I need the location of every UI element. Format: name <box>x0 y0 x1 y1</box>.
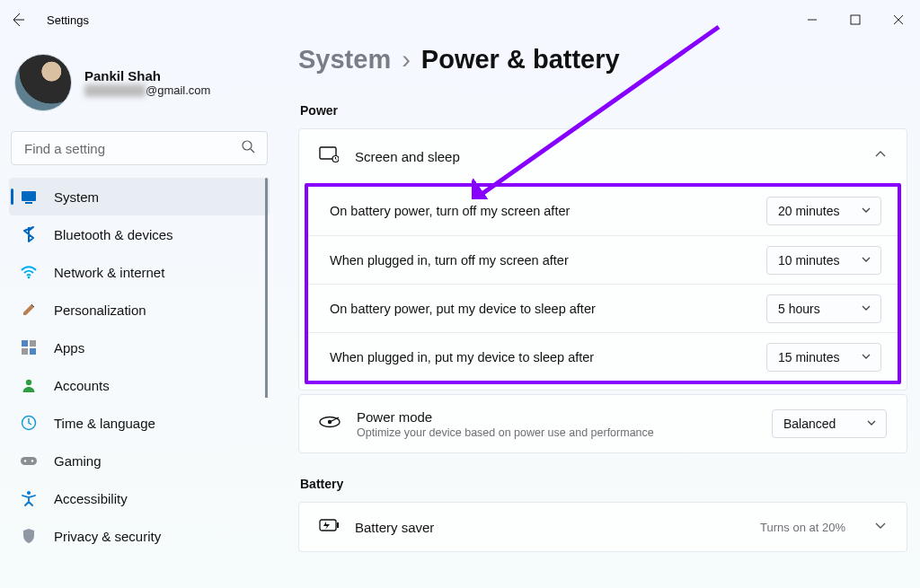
card-subtitle: Optimize your device based on power use … <box>357 426 654 439</box>
chevron-down-icon <box>861 204 871 218</box>
brush-icon <box>20 301 38 319</box>
setting-row-sleep-battery: On battery power, put my device to sleep… <box>308 284 898 332</box>
svg-point-12 <box>24 460 26 461</box>
sidebar-item-system[interactable]: System <box>9 178 270 215</box>
chevron-down-icon <box>861 350 871 364</box>
setting-label: On battery power, turn off my screen aft… <box>330 204 570 218</box>
sidebar-item-label: Network & internet <box>54 265 164 280</box>
card-title: Battery saver <box>355 520 434 535</box>
power-mode-header[interactable]: Power mode Optimize your device based on… <box>299 395 907 452</box>
battery-saver-card: Battery saver Turns on at 20% <box>298 502 907 552</box>
close-button[interactable] <box>877 2 920 38</box>
sidebar-item-accessibility[interactable]: Accessibility <box>9 479 270 517</box>
svg-rect-3 <box>25 202 32 204</box>
dropdown-sleep-battery[interactable]: 5 hours <box>766 294 881 323</box>
svg-point-9 <box>26 380 31 385</box>
sidebar: Pankil Shah @gmail.com System Bluetooth … <box>0 39 279 588</box>
setting-label: On battery power, put my device to sleep… <box>330 302 596 316</box>
minimize-icon <box>807 14 818 25</box>
setting-label: When plugged in, put my device to sleep … <box>330 350 594 364</box>
svg-rect-0 <box>851 15 860 24</box>
battery-saver-header[interactable]: Battery saver Turns on at 20% <box>299 503 907 551</box>
profile-name: Pankil Shah <box>84 68 210 83</box>
card-title: Power mode <box>357 409 654 425</box>
sidebar-item-apps[interactable]: Apps <box>9 329 270 366</box>
setting-row-screen-battery: On battery power, turn off my screen aft… <box>308 187 898 235</box>
svg-rect-7 <box>22 348 28 355</box>
dropdown-value: 5 hours <box>778 302 820 316</box>
svg-rect-2 <box>22 191 36 201</box>
close-icon <box>893 14 904 25</box>
profile-email: @gmail.com <box>84 83 210 98</box>
profile-block[interactable]: Pankil Shah @gmail.com <box>9 48 270 127</box>
dropdown-value: 20 minutes <box>778 204 839 218</box>
accessibility-icon <box>20 489 38 507</box>
sidebar-item-gaming[interactable]: Gaming <box>9 442 270 479</box>
sidebar-item-label: Bluetooth & devices <box>54 227 173 242</box>
sidebar-item-label: System <box>54 189 99 205</box>
dropdown-power-mode[interactable]: Balanced <box>772 409 887 438</box>
wifi-icon <box>20 263 38 281</box>
sidebar-item-label: Gaming <box>54 453 102 469</box>
chevron-down-icon <box>874 519 887 535</box>
chevron-down-icon <box>861 302 871 316</box>
svg-rect-8 <box>30 348 36 355</box>
sidebar-item-accounts[interactable]: Accounts <box>9 366 270 404</box>
screen-sleep-icon <box>319 145 339 167</box>
dropdown-screen-plugged[interactable]: 10 minutes <box>766 246 881 275</box>
svg-rect-20 <box>337 522 339 528</box>
apps-icon <box>20 338 38 356</box>
back-button[interactable] <box>7 9 29 31</box>
bluetooth-icon <box>20 225 38 243</box>
svg-rect-5 <box>22 340 28 347</box>
svg-rect-11 <box>21 457 37 465</box>
sidebar-item-network[interactable]: Network & internet <box>9 253 270 291</box>
minimize-button[interactable] <box>791 2 834 38</box>
power-mode-card: Power mode Optimize your device based on… <box>298 394 907 453</box>
battery-section-label: Battery <box>298 473 907 502</box>
window-title: Settings <box>47 13 89 27</box>
svg-point-14 <box>27 491 31 495</box>
sidebar-item-label: Accessibility <box>54 491 128 506</box>
avatar <box>14 54 72 111</box>
maximize-icon <box>850 14 861 25</box>
sidebar-item-time[interactable]: Time & language <box>9 404 270 442</box>
breadcrumb-root[interactable]: System <box>298 45 391 75</box>
main-content: System › Power & battery Power Screen an… <box>298 45 907 588</box>
dropdown-value: 15 minutes <box>778 350 839 364</box>
back-arrow-icon <box>11 13 25 27</box>
dropdown-screen-battery[interactable]: 20 minutes <box>766 197 881 225</box>
dropdown-sleep-plugged[interactable]: 15 minutes <box>766 343 881 372</box>
sidebar-item-label: Apps <box>54 340 84 355</box>
svg-point-4 <box>28 276 31 279</box>
setting-row-sleep-plugged: When plugged in, put my device to sleep … <box>308 332 898 381</box>
titlebar: Settings <box>0 0 920 39</box>
email-redacted-part <box>84 84 146 97</box>
shield-icon <box>20 527 38 545</box>
chevron-down-icon <box>861 253 871 268</box>
maximize-button[interactable] <box>834 2 877 38</box>
battery-saver-status: Turns on at 20% <box>760 521 845 534</box>
chevron-down-icon <box>866 417 877 431</box>
person-icon <box>20 376 38 394</box>
svg-rect-6 <box>30 340 36 347</box>
search-input[interactable] <box>11 131 268 165</box>
battery-saver-icon <box>319 519 339 535</box>
svg-point-13 <box>31 460 33 461</box>
chevron-up-icon <box>874 148 887 164</box>
breadcrumb-sep: › <box>402 45 411 75</box>
breadcrumb-leaf: Power & battery <box>421 45 620 75</box>
nav-list: System Bluetooth & devices Network & int… <box>9 178 270 555</box>
setting-label: When plugged in, turn off my screen afte… <box>330 253 569 268</box>
sidebar-item-label: Privacy & security <box>54 529 161 544</box>
screen-sleep-card: Screen and sleep On battery power, turn … <box>298 128 907 391</box>
sidebar-item-label: Accounts <box>54 378 110 393</box>
sidebar-item-privacy[interactable]: Privacy & security <box>9 517 270 555</box>
power-mode-icon <box>319 415 341 433</box>
power-section-label: Power <box>298 100 907 128</box>
screen-sleep-header[interactable]: Screen and sleep <box>299 129 907 183</box>
sidebar-item-label: Personalization <box>54 303 146 318</box>
sidebar-item-bluetooth[interactable]: Bluetooth & devices <box>9 215 270 253</box>
dropdown-value: 10 minutes <box>778 253 839 268</box>
sidebar-item-personalization[interactable]: Personalization <box>9 291 270 329</box>
